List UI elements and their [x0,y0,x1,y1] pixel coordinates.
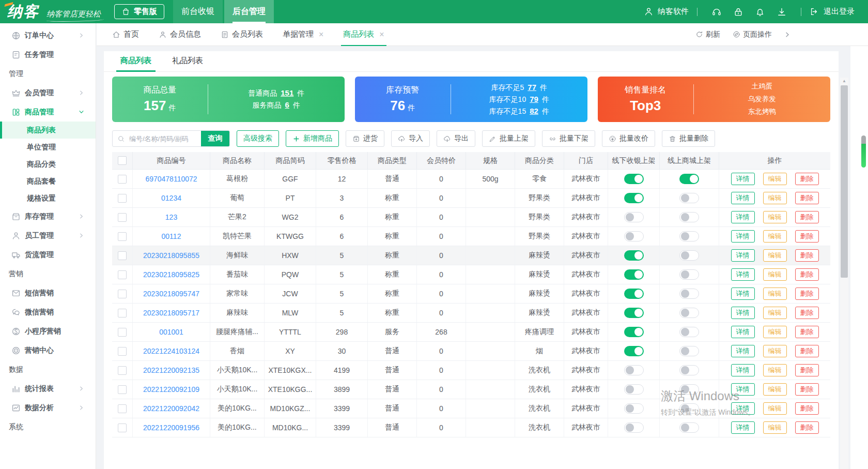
bell-icon[interactable] [755,7,765,17]
sidebar-item[interactable]: 会员管理 [0,83,96,102]
row-checkbox[interactable] [118,251,127,260]
sidebar-item[interactable]: 商品管理 [0,102,96,122]
delete-button[interactable]: 删除 [795,421,819,434]
delete-button[interactable]: 删除 [795,402,819,415]
edit-button[interactable]: 编辑 [763,268,787,281]
sidebar-item[interactable]: 订单中心 [0,26,96,45]
delete-button[interactable]: 删除 [795,230,819,243]
edit-button[interactable]: 编辑 [763,211,787,223]
delete-button[interactable]: 删除 [795,211,819,223]
sub-tab[interactable]: 礼品列表 [172,56,203,71]
row-checkbox[interactable] [118,347,127,356]
pos-toggle[interactable] [624,250,644,261]
delete-button[interactable]: 删除 [795,249,819,262]
mall-toggle[interactable] [679,422,699,433]
delete-button[interactable]: 删除 [795,383,819,396]
product-code-link[interactable]: 20230218095855 [143,251,199,260]
scroll-up-arrow-icon[interactable]: ▲ [840,79,848,83]
toolbar-button[interactable]: 导入 [391,130,430,147]
mall-toggle[interactable] [679,327,699,337]
edit-button[interactable]: 编辑 [763,192,787,204]
mall-toggle[interactable] [679,403,699,414]
product-code-link[interactable]: 6970478110072 [145,175,197,183]
toolbar-button[interactable]: 进货 [346,130,384,147]
tab-item[interactable]: 会员信息 [159,23,201,46]
lock-icon[interactable] [733,7,743,17]
delete-button[interactable]: 删除 [795,326,819,338]
pos-toggle[interactable] [624,365,644,375]
page-operations-button[interactable]: 页面操作 [733,30,772,39]
header-nav-tab[interactable]: 前台收银 [173,0,223,23]
product-code-link[interactable]: 20230218095747 [143,290,199,298]
page-scrollbar-thumb[interactable] [861,135,866,168]
stat-detail-number[interactable]: 82 [530,107,538,115]
detail-button[interactable]: 详情 [731,211,755,223]
sidebar-item[interactable]: 数据分析 [0,398,96,417]
mall-toggle[interactable] [679,269,699,280]
row-checkbox[interactable] [118,270,127,279]
sidebar-subitem[interactable]: 商品套餐 [0,173,96,190]
delete-button[interactable]: 删除 [795,268,819,281]
sidebar-subitem[interactable]: 商品分类 [0,156,96,173]
edit-button[interactable]: 编辑 [763,288,787,300]
close-icon[interactable]: × [319,30,323,39]
select-all-checkbox[interactable] [118,156,127,165]
pos-toggle[interactable] [624,327,644,337]
row-checkbox[interactable] [118,194,127,203]
mall-toggle[interactable] [679,346,699,356]
delete-button[interactable]: 删除 [795,173,819,185]
product-code-link[interactable]: 001001 [159,328,183,336]
detail-button[interactable]: 详情 [731,307,755,319]
detail-button[interactable]: 详情 [731,364,755,376]
refresh-button[interactable]: 刷新 [695,30,720,39]
pos-toggle[interactable] [624,384,644,395]
pos-toggle[interactable] [624,403,644,414]
toolbar-button[interactable]: 批量改价 [602,130,655,147]
pos-toggle[interactable] [624,346,644,356]
retail-version-badge[interactable]: 零售版 [114,4,164,19]
pos-toggle[interactable] [624,269,644,280]
sidebar-item[interactable]: 微信营销 [0,302,96,322]
edit-button[interactable]: 编辑 [763,383,787,396]
toolbar-button[interactable]: 批量上架 [482,130,535,147]
mall-toggle[interactable] [679,365,699,375]
mall-toggle[interactable] [679,212,699,222]
edit-button[interactable]: 编辑 [763,173,787,185]
detail-button[interactable]: 详情 [731,249,755,262]
mall-toggle[interactable] [679,308,699,318]
delete-button[interactable]: 删除 [795,288,819,300]
delete-button[interactable]: 删除 [795,345,819,357]
detail-button[interactable]: 详情 [731,288,755,300]
sidebar-item[interactable]: 短信营销 [0,283,96,302]
detail-button[interactable]: 详情 [731,230,755,243]
edit-button[interactable]: 编辑 [763,402,787,415]
edit-button[interactable]: 编辑 [763,326,787,338]
row-checkbox[interactable] [118,404,127,413]
detail-button[interactable]: 详情 [731,383,755,396]
sidebar-item[interactable]: 任务管理 [0,45,96,64]
stat-detail-number[interactable]: 79 [530,95,538,103]
toolbar-button[interactable]: 高级搜索 [237,130,279,147]
row-checkbox[interactable] [118,213,127,222]
mall-toggle[interactable] [679,193,699,203]
pos-toggle[interactable] [624,289,644,299]
product-code-link[interactable]: 01234 [161,194,181,202]
tab-item[interactable]: 首页 [112,23,139,46]
pos-toggle[interactable] [624,174,644,184]
edit-button[interactable]: 编辑 [763,421,787,434]
tab-active[interactable]: 商品列表× [343,23,384,46]
mall-toggle[interactable] [679,250,699,261]
product-code-link[interactable]: 20230218095825 [143,270,199,279]
row-checkbox[interactable] [118,175,127,184]
row-checkbox[interactable] [118,423,127,432]
sidebar-item[interactable]: 小程序营销 [0,322,96,341]
detail-button[interactable]: 详情 [731,173,755,185]
sidebar-subitem[interactable]: 规格设置 [0,190,96,207]
toolbar-button[interactable]: 批量删除 [662,130,715,147]
pos-toggle[interactable] [624,231,644,241]
row-checkbox[interactable] [118,385,127,394]
delete-button[interactable]: 删除 [795,307,819,319]
pos-toggle[interactable] [624,422,644,433]
mall-toggle[interactable] [679,174,699,184]
sub-tab[interactable]: 商品列表 [120,56,151,71]
